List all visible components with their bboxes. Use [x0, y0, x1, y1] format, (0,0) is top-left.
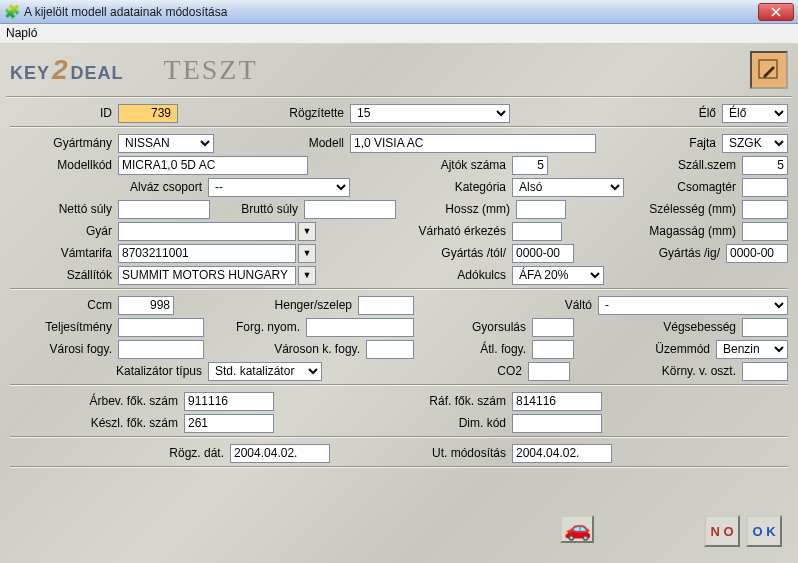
vamtarifa-label: Vámtarifa	[10, 246, 116, 260]
teljesitmeny-field[interactable]	[118, 318, 204, 337]
window-title: A kijelölt modell adatainak módosítása	[24, 5, 758, 19]
utmod-field[interactable]	[512, 444, 612, 463]
separator	[10, 384, 788, 386]
edit-mode-button[interactable]	[750, 51, 788, 89]
varosifogy-label: Városi fogy.	[10, 342, 116, 356]
titlebar: 🧩 A kijelölt modell adatainak módosítása	[0, 0, 798, 24]
kategoria-label: Kategória	[352, 180, 510, 194]
ccm-label: Ccm	[10, 298, 116, 312]
separator	[10, 466, 788, 468]
separator	[10, 288, 788, 290]
szallitok-field[interactable]	[118, 266, 296, 285]
rogzitette-select[interactable]: 15	[350, 104, 510, 123]
close-icon	[771, 7, 781, 17]
adokulcs-select[interactable]: ÁFA 20%	[512, 266, 604, 285]
gyar-dropdown-button[interactable]: ▼	[298, 222, 316, 241]
modell-label: Modell	[216, 136, 348, 150]
no-button-label: N O	[710, 524, 733, 539]
elo-select[interactable]: Élő	[722, 104, 788, 123]
keszl-label: Készl. fők. szám	[10, 416, 182, 430]
szallitok-dropdown-button[interactable]: ▼	[298, 266, 316, 285]
szelesseg-field[interactable]	[742, 200, 788, 219]
kattipus-label: Katalizátor típus	[10, 364, 206, 378]
ccm-field[interactable]	[118, 296, 174, 315]
alvaz-label: Alváz csoport	[10, 180, 206, 194]
co2-field[interactable]	[528, 362, 570, 381]
kattipus-select[interactable]: Std. katalizátor	[208, 362, 322, 381]
app-icon: 🧩	[4, 4, 20, 20]
teljesitmeny-label: Teljesítmény	[10, 320, 116, 334]
rogzitette-label: Rögzítette	[180, 106, 348, 120]
rogzdat-label: Rögz. dát.	[10, 446, 228, 460]
brutto-label: Bruttó súly	[212, 202, 302, 216]
gyartas-tol-field[interactable]	[512, 244, 574, 263]
header-row: KEY2DEAL TESZT	[6, 50, 792, 94]
car-button[interactable]: 🚗	[560, 515, 594, 543]
brutto-field[interactable]	[304, 200, 396, 219]
varosonkfogy-field[interactable]	[366, 340, 414, 359]
ok-button[interactable]: O K	[746, 515, 782, 547]
ok-button-label: O K	[752, 524, 775, 539]
car-icon: 🚗	[564, 516, 591, 542]
gyorsulas-label: Gyorsulás	[416, 320, 530, 334]
szallszem-field[interactable]	[742, 156, 788, 175]
magassag-label: Magasság (mm)	[564, 224, 740, 238]
varhato-field[interactable]	[512, 222, 562, 241]
id-label: ID	[10, 106, 116, 120]
atlfogy-field[interactable]	[532, 340, 574, 359]
modellkod-field[interactable]	[118, 156, 308, 175]
valto-label: Váltó	[416, 298, 596, 312]
pencil-icon	[757, 58, 781, 82]
fajta-select[interactable]: SZGK	[722, 134, 788, 153]
alvaz-select[interactable]: --	[208, 178, 350, 197]
szallszem-label: Száll.szem	[550, 158, 740, 172]
uzemmod-select[interactable]: Benzin	[716, 340, 788, 359]
henger-label: Henger/szelep	[176, 298, 356, 312]
gyartas-tol-label: Gyártás /tól/	[318, 246, 510, 260]
keszl-field[interactable]	[184, 414, 274, 433]
adokulcs-label: Adókulcs	[318, 268, 510, 282]
forgnyom-label: Forg. nyom.	[206, 320, 304, 334]
vamtarifa-dropdown-button[interactable]: ▼	[298, 244, 316, 263]
gyartas-ig-field[interactable]	[726, 244, 788, 263]
hossz-field[interactable]	[516, 200, 566, 219]
varosifogy-field[interactable]	[118, 340, 204, 359]
modell-field[interactable]	[350, 134, 596, 153]
netto-label: Nettó súly	[10, 202, 116, 216]
magassag-field[interactable]	[742, 222, 788, 241]
henger-field[interactable]	[358, 296, 414, 315]
gyar-field[interactable]	[118, 222, 296, 241]
raf-field[interactable]	[512, 392, 602, 411]
separator	[6, 96, 792, 98]
arbev-label: Árbev. fők. szám	[10, 394, 182, 408]
menubar: Napló	[0, 24, 798, 44]
netto-field[interactable]	[118, 200, 210, 219]
arbev-field[interactable]	[184, 392, 274, 411]
kornyvoszt-field[interactable]	[742, 362, 788, 381]
brand-label: TESZT	[164, 54, 258, 86]
gyartmany-select[interactable]: NISSAN	[118, 134, 214, 153]
close-button[interactable]	[758, 3, 794, 21]
gyartas-ig-label: Gyártás /ig/	[576, 246, 724, 260]
gyar-label: Gyár	[10, 224, 116, 238]
szallitok-label: Szállítók	[10, 268, 116, 282]
ajtok-field[interactable]	[512, 156, 548, 175]
no-button[interactable]: N O	[704, 515, 740, 547]
logo-mid: 2	[52, 54, 69, 85]
rogzdat-field[interactable]	[230, 444, 330, 463]
gyorsulas-field[interactable]	[532, 318, 574, 337]
vegsebesseg-field[interactable]	[742, 318, 788, 337]
kategoria-select[interactable]: Alsó	[512, 178, 624, 197]
vamtarifa-field[interactable]	[118, 244, 296, 263]
elo-label: Élő	[512, 106, 720, 120]
fajta-label: Fajta	[598, 136, 720, 150]
footer-buttons: N O O K	[704, 515, 782, 547]
raf-label: Ráf. fők. szám	[276, 394, 510, 408]
csomagter-field[interactable]	[742, 178, 788, 197]
valto-select[interactable]: -	[598, 296, 788, 315]
menu-log[interactable]: Napló	[6, 26, 37, 40]
id-field[interactable]	[118, 104, 178, 123]
forgnyom-field[interactable]	[306, 318, 414, 337]
dim-field[interactable]	[512, 414, 602, 433]
client-area: KEY2DEAL TESZT ID Rögzítette 15 Élő Élő …	[0, 44, 798, 563]
